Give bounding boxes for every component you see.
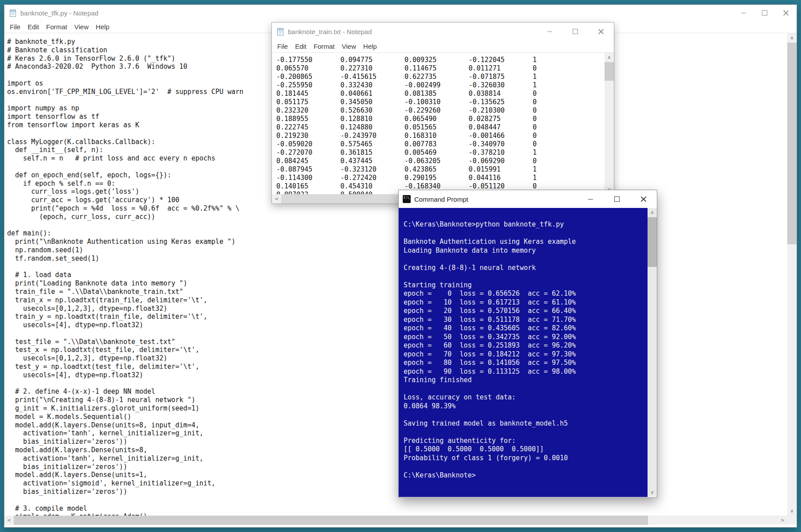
terminal-output-area[interactable]: C:\Keras\Banknote>python banknote_tfk.py…: [399, 208, 657, 497]
desktop: { "desktop": { "bg_color": "#2a7a91" }, …: [0, 0, 801, 532]
close-button[interactable]: ×: [630, 190, 657, 208]
window-controls: ×: [577, 190, 657, 208]
menu-edit[interactable]: Edit: [291, 43, 310, 50]
minimize-button[interactable]: [733, 5, 754, 21]
scroll-left-icon[interactable]: <: [4, 516, 14, 525]
data-text-area[interactable]: -0.177550 0.094775 0.009325 -0.122045 1 …: [272, 53, 605, 194]
window-controls: ×: [537, 23, 614, 40]
window-title: banknote_tfk.py - Notepad: [20, 9, 98, 17]
terminal-text: C:\Keras\Banknote>python banknote_tfk.py…: [399, 208, 657, 480]
code-horizontal-scrollbar[interactable]: < >: [4, 516, 787, 525]
close-icon: ×: [640, 194, 648, 204]
menu-format[interactable]: Format: [310, 43, 338, 50]
maximize-button[interactable]: [754, 5, 775, 21]
minimize-icon: [741, 13, 746, 13]
menu-help[interactable]: Help: [360, 43, 381, 50]
menu-format[interactable]: Format: [43, 23, 71, 31]
scroll-left-icon[interactable]: <: [272, 194, 281, 203]
vscroll-thumb[interactable]: [648, 217, 657, 267]
scroll-up-icon[interactable]: ∧: [605, 53, 614, 62]
maximize-button[interactable]: [562, 23, 588, 40]
close-button[interactable]: ×: [775, 5, 797, 21]
scroll-up-icon[interactable]: ∧: [648, 208, 657, 217]
data-text: -0.177550 0.094775 0.009325 -0.122045 1 …: [272, 53, 605, 194]
data-vertical-scrollbar[interactable]: ∧ ∨: [605, 53, 614, 194]
window-controls: ×: [733, 5, 797, 21]
window-title: Command Prompt: [414, 196, 468, 203]
maximize-icon: [614, 196, 620, 202]
data-window-menubar: File Edit Format View Help: [272, 40, 614, 53]
vscroll-thumb[interactable]: [787, 43, 797, 244]
notepad-icon: [276, 27, 285, 36]
code-vertical-scrollbar[interactable]: ∧ ∨: [787, 33, 797, 516]
menu-view[interactable]: View: [338, 43, 360, 50]
scroll-down-icon[interactable]: ∨: [787, 506, 797, 516]
minimize-button[interactable]: [577, 190, 604, 208]
close-icon: ×: [597, 27, 605, 36]
menu-file[interactable]: File: [6, 23, 24, 31]
command-prompt-window: C:\_ Command Prompt × C:\Keras\Banknote>…: [398, 190, 657, 498]
menu-view[interactable]: View: [71, 23, 92, 31]
scroll-up-icon[interactable]: ∧: [787, 33, 797, 43]
data-file-window: banknote_train.txt - Notepad × File Edit…: [271, 22, 614, 204]
notepad-icon: [8, 8, 17, 17]
maximize-icon: [762, 10, 767, 16]
scroll-right-icon[interactable]: >: [778, 516, 787, 525]
cmd-vertical-scrollbar[interactable]: ∧ ∨: [648, 208, 657, 497]
maximize-button[interactable]: [604, 190, 630, 208]
code-window-titlebar[interactable]: banknote_tfk.py - Notepad ×: [4, 5, 797, 21]
minimize-icon: [588, 199, 593, 200]
minimize-icon: [547, 31, 552, 32]
cmd-titlebar[interactable]: C:\_ Command Prompt ×: [399, 190, 657, 208]
menu-file[interactable]: File: [274, 43, 291, 50]
resize-corner[interactable]: [787, 515, 797, 524]
window-title: banknote_train.txt - Notepad: [288, 28, 372, 35]
maximize-icon: [573, 29, 578, 34]
close-icon: ×: [782, 8, 790, 18]
vscroll-thumb[interactable]: [605, 62, 614, 81]
close-button[interactable]: ×: [588, 23, 614, 40]
data-window-titlebar[interactable]: banknote_train.txt - Notepad ×: [272, 23, 614, 40]
menu-help[interactable]: Help: [92, 23, 113, 31]
menu-edit[interactable]: Edit: [24, 23, 43, 31]
command-prompt-icon: C:\_: [403, 195, 411, 203]
hscroll-thumb[interactable]: [14, 516, 648, 525]
minimize-button[interactable]: [537, 23, 562, 40]
scroll-down-icon[interactable]: ∨: [648, 488, 657, 497]
